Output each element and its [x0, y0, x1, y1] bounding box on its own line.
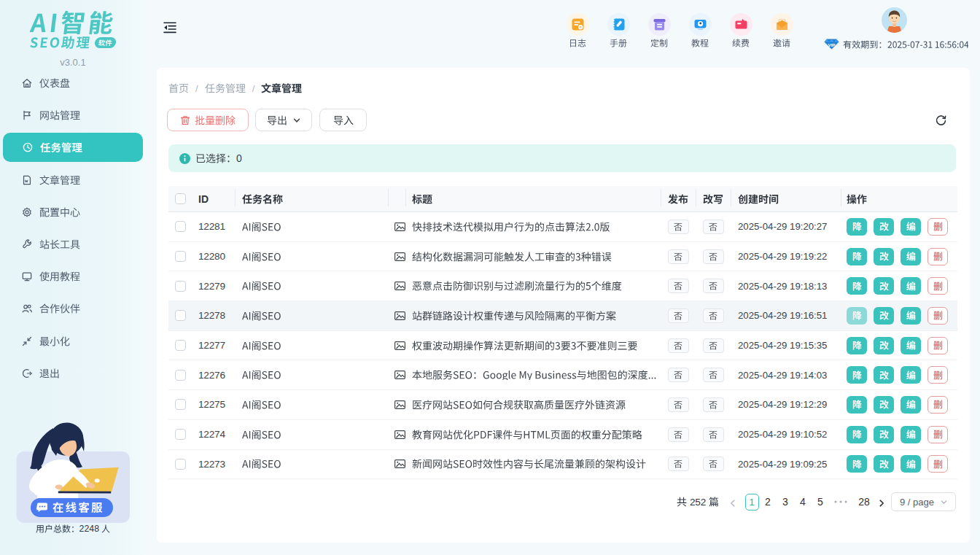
svg-text:VIP: VIP [828, 42, 836, 47]
